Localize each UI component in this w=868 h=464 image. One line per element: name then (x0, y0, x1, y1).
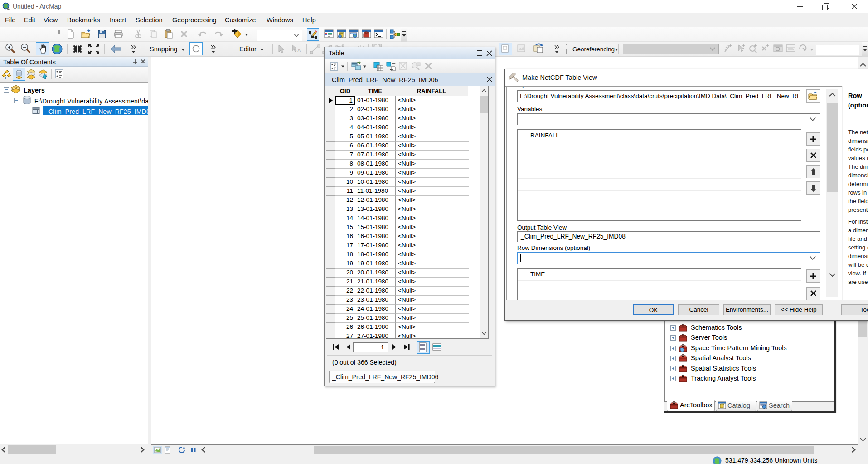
svg-text:A: A (297, 48, 301, 53)
